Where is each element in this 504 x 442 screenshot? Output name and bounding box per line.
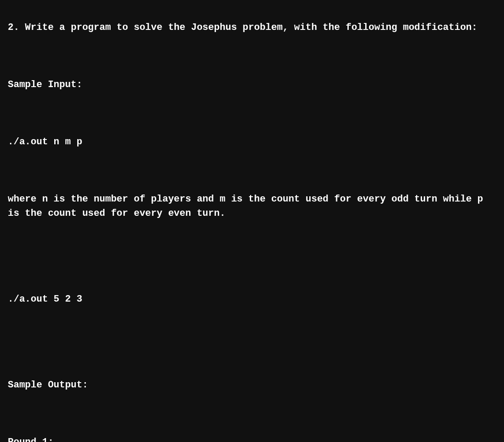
line-11 bbox=[8, 349, 496, 364]
line-4: ./a.out n m p bbox=[8, 135, 496, 149]
line-0: 2. Write a program to solve the Josephus… bbox=[8, 20, 496, 35]
line-12: Sample Output: bbox=[8, 378, 496, 392]
line-13 bbox=[8, 406, 496, 421]
line-10 bbox=[8, 321, 496, 335]
line-1 bbox=[8, 49, 496, 63]
line-7 bbox=[8, 235, 496, 249]
line-2: Sample Input: bbox=[8, 78, 496, 92]
line-6: where n is the number of players and m i… bbox=[8, 192, 496, 221]
line-8 bbox=[8, 263, 496, 278]
line-5 bbox=[8, 163, 496, 178]
line-3 bbox=[8, 106, 496, 120]
line-14: Round 1: bbox=[8, 435, 496, 442]
line-9: ./a.out 5 2 3 bbox=[8, 292, 496, 306]
problem-statement: 2. Write a program to solve the Josephus… bbox=[8, 6, 496, 442]
